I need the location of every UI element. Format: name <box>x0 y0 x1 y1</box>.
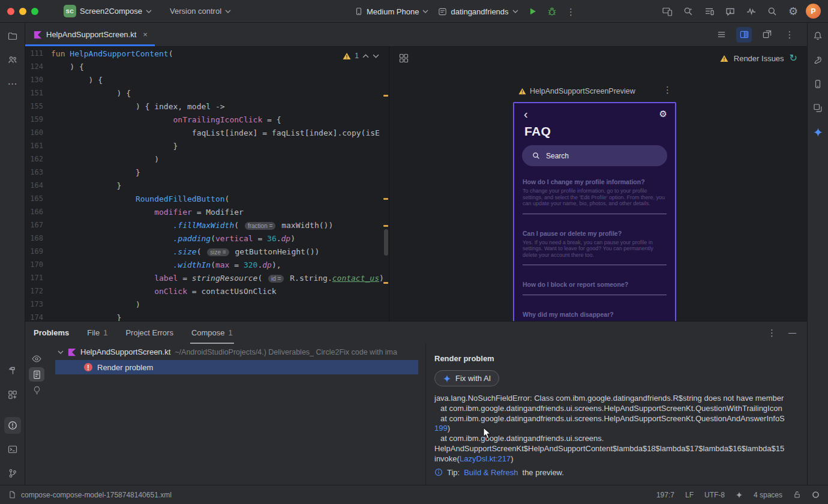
error-stripe-mark[interactable] <box>383 198 388 200</box>
error-stripe-mark[interactable] <box>383 95 388 97</box>
code-line[interactable]: } <box>51 313 383 321</box>
memory-indicator-icon[interactable] <box>812 491 820 499</box>
code-line[interactable]: onClick = contactUsOnClick <box>51 287 383 300</box>
code-line[interactable]: ) { <box>51 89 383 102</box>
code-line[interactable]: label = stringResource( id = R.string.co… <box>51 274 383 287</box>
user-avatar[interactable]: P <box>806 4 821 19</box>
render-issues-label[interactable]: Render Issues <box>734 54 784 63</box>
code-line[interactable]: } <box>51 168 383 181</box>
line-number[interactable]: 168 <box>25 234 43 247</box>
commit-tool-button[interactable] <box>4 52 21 68</box>
code-editor[interactable]: 1111241301511551591601611621631641651661… <box>25 47 389 321</box>
code-line[interactable]: RoundedFilledButton( <box>51 194 383 208</box>
minimize-window-button[interactable] <box>19 8 26 15</box>
run-configuration-selector[interactable]: datingandfriends <box>434 5 521 19</box>
vcs-widget[interactable]: Version control <box>166 4 235 18</box>
run-button[interactable] <box>524 3 541 20</box>
line-number[interactable]: 162 <box>25 155 43 168</box>
code-lines[interactable]: fun HelpAndSupportContent( ) { ) { ) { )… <box>51 49 383 321</box>
device-manager-button[interactable] <box>809 76 826 92</box>
code-line[interactable]: fun HelpAndSupportContent( <box>51 49 383 62</box>
close-window-button[interactable] <box>7 8 14 15</box>
code-line[interactable]: .size( size = getButtonHeight()) <box>51 247 383 260</box>
line-number[interactable]: 163 <box>25 168 43 181</box>
more-run-actions-button[interactable]: ⋮ <box>563 3 580 20</box>
close-tab-icon[interactable]: × <box>143 30 148 39</box>
minimize-panel-icon[interactable]: — <box>788 329 796 337</box>
line-number[interactable]: 167 <box>25 221 43 234</box>
next-warning-icon[interactable] <box>373 54 379 58</box>
zoom-window-button[interactable] <box>31 8 38 15</box>
studio-bot-button[interactable] <box>680 3 697 20</box>
panel-options-icon[interactable]: ⋮ <box>767 328 776 337</box>
services-tool-button[interactable] <box>4 386 21 403</box>
code-line[interactable]: modifier = Modifier <box>51 208 383 221</box>
gradle-tool-button[interactable] <box>809 52 826 68</box>
preview-layout-button[interactable] <box>399 53 409 63</box>
device-mirroring-button[interactable] <box>659 3 676 20</box>
error-stripe-mark[interactable] <box>383 282 388 284</box>
debug-button[interactable] <box>544 3 560 20</box>
gemini-button[interactable] <box>809 124 826 140</box>
inspection-widget[interactable]: 1 <box>343 52 379 60</box>
code-line[interactable]: ) { <box>51 76 383 89</box>
code-line[interactable]: .widthIn(max = 320.dp), <box>51 260 383 274</box>
project-widget[interactable]: SC Screen2Compose <box>60 2 155 20</box>
code-line[interactable]: ) <box>51 300 383 313</box>
line-number[interactable]: 172 <box>25 287 43 300</box>
stack-trace-link[interactable]: 199 <box>434 424 448 433</box>
project-tool-button[interactable] <box>4 28 21 44</box>
line-number[interactable]: 159 <box>25 115 43 128</box>
profiler-button[interactable] <box>743 3 760 20</box>
build-tool-button[interactable] <box>4 362 21 379</box>
preview-problem-button[interactable] <box>29 352 44 366</box>
settings-button[interactable]: ⚙ <box>785 3 802 20</box>
problems-file-node[interactable]: HelpAndSupportScreen.kt ~/AndroidStudioP… <box>48 344 425 360</box>
render-problem-row[interactable]: ! Render problem <box>55 360 418 374</box>
refresh-preview-icon[interactable]: ↻ <box>790 53 797 63</box>
unlock-icon[interactable] <box>793 491 801 499</box>
line-number[interactable]: 164 <box>25 181 43 194</box>
split-preview-button[interactable] <box>736 27 752 43</box>
editor-options-button[interactable]: ⋮ <box>782 27 797 43</box>
resource-manager-button[interactable] <box>809 100 826 116</box>
device-selector[interactable]: Medium Phone <box>351 5 432 19</box>
code-line[interactable]: ) <box>51 155 383 168</box>
line-number[interactable]: 151 <box>25 89 43 102</box>
editor-scrollbar[interactable] <box>383 47 389 321</box>
ai-status-icon[interactable] <box>736 491 743 499</box>
line-number[interactable]: 130 <box>25 76 43 89</box>
prev-warning-icon[interactable] <box>362 54 369 58</box>
notifications-button[interactable] <box>809 28 826 44</box>
fix-with-ai-button[interactable]: Fix with AI <box>434 370 499 386</box>
line-number[interactable]: 155 <box>25 102 43 115</box>
code-line[interactable]: } <box>51 142 383 155</box>
stack-trace-link[interactable]: LazyDsl.kt:217 <box>460 454 511 463</box>
line-separator-widget[interactable]: LF <box>685 491 694 499</box>
line-number[interactable]: 170 <box>25 260 43 274</box>
terminal-tool-button[interactable] <box>4 441 21 458</box>
build-refresh-link[interactable]: Build & Refresh <box>464 468 518 477</box>
code-line[interactable]: ) { index, model -> <box>51 102 383 115</box>
encoding-widget[interactable]: UTF-8 <box>704 491 725 499</box>
quick-fix-button[interactable] <box>29 383 44 397</box>
code-line[interactable]: .fillMaxWidth( fraction = maxWidth()) <box>51 221 383 234</box>
line-number[interactable]: 171 <box>25 274 43 287</box>
code-line[interactable]: ) { <box>51 62 383 76</box>
problems-tab-project-errors[interactable]: Project Errors <box>125 322 173 344</box>
float-editor-button[interactable] <box>759 27 775 43</box>
line-number[interactable]: 165 <box>25 194 43 208</box>
open-details-button[interactable] <box>29 367 44 382</box>
preview-phone-frame[interactable]: ‹ ⚙ FAQ Search How do I change my profil… <box>513 102 676 321</box>
line-number[interactable]: 174 <box>25 313 43 321</box>
line-number[interactable]: 169 <box>25 247 43 260</box>
more-tool-windows-button[interactable]: ⋯ <box>4 76 21 92</box>
editor-list-button[interactable] <box>713 27 729 43</box>
code-line[interactable]: .padding(vertical = 36.dp) <box>51 234 383 247</box>
running-devices-button[interactable] <box>701 3 718 20</box>
code-line[interactable]: onTrailingIconClick = { <box>51 115 383 128</box>
caret-position-widget[interactable]: 197:7 <box>656 491 674 499</box>
error-stripe-mark[interactable] <box>383 225 388 227</box>
editor-tab[interactable]: HelpAndSupportScreen.kt × <box>25 23 155 46</box>
scrollbar-thumb[interactable] <box>384 229 388 256</box>
